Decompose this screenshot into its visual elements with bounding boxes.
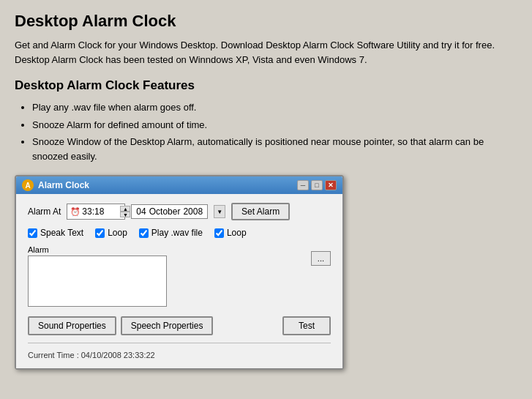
features-heading: Desktop Alarm Clock Features — [15, 78, 517, 93]
page-title: Desktop Alarm Clock — [15, 12, 517, 31]
intro-text: Get and Alarm Clock for your Windows Des… — [15, 38, 517, 67]
loop2-checkbox-item: Loop — [214, 228, 247, 238]
window-title: Alarm Clock — [38, 180, 89, 190]
set-alarm-button[interactable]: Set Alarm — [231, 203, 290, 220]
features-list: Play any .wav file when alarm goes off. … — [32, 100, 517, 163]
time-icon: ⏰ — [70, 207, 80, 217]
window-body: Alarm At ⏰ ▲ ▼ 04 October 2008 ▼ Set Ala… — [16, 194, 342, 368]
current-time: Current Time : 04/10/2008 23:33:22 — [28, 351, 331, 359]
test-button[interactable]: Test — [282, 316, 331, 335]
play-wav-label: Play .wav file — [151, 228, 203, 238]
left-buttons: Sound Properties Speech Properties — [28, 316, 213, 335]
play-wav-checkbox-item: Play .wav file — [139, 228, 203, 238]
close-button[interactable]: ✕ — [325, 180, 337, 190]
titlebar-controls: ─ □ ✕ — [297, 180, 337, 190]
spin-up-button[interactable]: ▲ — [120, 206, 130, 212]
date-dropdown-button[interactable]: ▼ — [214, 205, 225, 218]
feature-item-2: Snooze Alarm for defined amount of time. — [32, 118, 517, 133]
app-icon: A — [22, 179, 34, 191]
date-year: 2008 — [183, 206, 203, 217]
loop1-checkbox-item: Loop — [95, 228, 127, 238]
alarm-row: Alarm At ⏰ ▲ ▼ 04 October 2008 ▼ Set Ala… — [28, 203, 331, 220]
content-area: Alarm ... — [28, 245, 331, 309]
feature-item-3: Snooze Window of the Desktop Alarm, auto… — [32, 135, 517, 163]
maximize-button[interactable]: □ — [311, 180, 323, 190]
play-wav-checkbox[interactable] — [139, 228, 149, 238]
checkbox-row: Speak Text Loop Play .wav file Loop — [28, 228, 331, 238]
spin-buttons: ▲ ▼ — [120, 206, 130, 217]
titlebar-left: A Alarm Clock — [22, 179, 89, 191]
alarm-at-label: Alarm At — [28, 206, 61, 217]
speech-properties-button[interactable]: Speech Properties — [121, 316, 214, 335]
loop1-checkbox[interactable] — [95, 228, 105, 238]
bottom-row: Sound Properties Speech Properties Test — [28, 316, 331, 335]
browse-button[interactable]: ... — [311, 251, 331, 266]
spin-down-button[interactable]: ▼ — [120, 212, 130, 217]
date-day: 04 — [136, 206, 146, 217]
time-field[interactable] — [82, 206, 119, 217]
time-input-wrapper: ⏰ ▲ ▼ — [67, 204, 125, 220]
textarea-section: Alarm — [28, 245, 167, 309]
minimize-button[interactable]: ─ — [297, 180, 309, 190]
speak-text-label: Speak Text — [40, 228, 83, 238]
date-month: October — [149, 206, 181, 217]
loop2-checkbox[interactable] — [214, 228, 224, 238]
alarm-clock-window: A Alarm Clock ─ □ ✕ Alarm At ⏰ ▲ ▼ 04 — [15, 175, 344, 370]
titlebar: A Alarm Clock ─ □ ✕ — [16, 176, 342, 194]
loop1-label: Loop — [108, 228, 127, 238]
speak-text-checkbox-item: Speak Text — [28, 228, 83, 238]
date-display: 04 October 2008 — [131, 204, 208, 219]
sound-properties-button[interactable]: Sound Properties — [28, 316, 116, 335]
alarm-text-area[interactable] — [28, 256, 167, 307]
loop2-label: Loop — [227, 228, 247, 238]
feature-item-1: Play any .wav file when alarm goes off. — [32, 100, 517, 115]
textarea-label: Alarm — [28, 245, 167, 254]
speak-text-checkbox[interactable] — [28, 228, 37, 238]
right-area: ... — [174, 245, 331, 309]
divider — [28, 343, 331, 343]
